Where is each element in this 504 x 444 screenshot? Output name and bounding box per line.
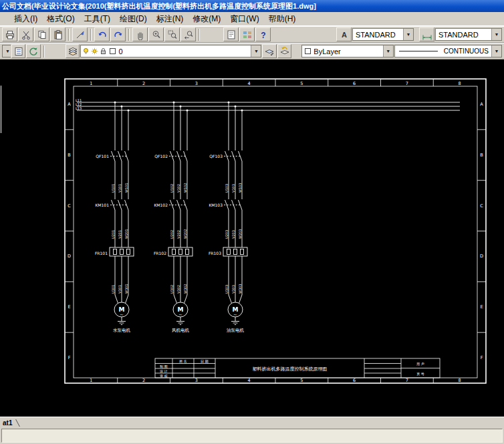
refresh-icon — [28, 46, 39, 57]
layout-tab[interactable]: at1 — [0, 419, 19, 427]
command-line-area[interactable] — [0, 427, 504, 444]
grid-row-label: F — [481, 355, 483, 360]
grid-row-label: B — [480, 152, 483, 158]
wire-label: W203 — [238, 229, 242, 239]
wire-label: U102 — [170, 184, 174, 193]
dim-style-combo[interactable]: STANDARD ▼ — [435, 28, 502, 41]
grid-column-label: 2 — [142, 81, 145, 86]
copy-button[interactable] — [34, 27, 49, 41]
contactor-label: KM103 — [209, 203, 223, 207]
color-combo[interactable]: ByLayer ▼ — [301, 45, 393, 58]
title-block-col-header: 姓 名 — [179, 359, 187, 363]
linetype-sample — [399, 51, 438, 51]
chevron-down-icon[interactable]: ▼ — [403, 29, 413, 40]
grid-row-label: D — [68, 253, 71, 259]
properties-button[interactable] — [223, 27, 239, 41]
menu-format[interactable]: 格式(O) — [42, 12, 79, 26]
zoom-window-button[interactable] — [164, 27, 180, 41]
chevron-down-icon[interactable]: ▼ — [251, 45, 261, 57]
grid-column-label: 8 — [459, 81, 461, 86]
designcenter-icon — [242, 29, 253, 40]
regen-button[interactable] — [26, 44, 40, 58]
layer-on-bulb-icon[interactable] — [82, 47, 90, 55]
dim-style-button[interactable] — [419, 27, 434, 41]
relay-label: FR103 — [209, 251, 221, 255]
layout-tab-label: at1 — [3, 419, 12, 427]
menu-bar: 插入(I) 格式(O) 工具(T) 绘图(D) 标注(N) 修改(M) 窗口(W… — [0, 12, 504, 26]
motor-name-label: 风机电机 — [172, 328, 190, 333]
drawing-title: 塑料挤出机多路温度控制系统原理图 — [253, 366, 328, 372]
grid-row-label: F — [68, 355, 71, 360]
text-style-button[interactable]: A — [336, 27, 352, 41]
layer-combo[interactable]: 0 ▼ — [80, 45, 261, 58]
wire-label: V301 — [118, 285, 122, 294]
grid-row-label: C — [68, 203, 71, 209]
paste-button[interactable] — [50, 27, 66, 41]
grid-row-label: E — [68, 304, 70, 310]
scissors-icon — [21, 29, 31, 40]
linetype-combo[interactable]: CONTINUOUS ▼ — [394, 45, 502, 58]
help-button[interactable]: ? — [255, 27, 271, 41]
menu-modify[interactable]: 修改(M) — [188, 12, 225, 26]
wire-label: U302 — [170, 285, 174, 294]
motor-tilde: ~ — [120, 312, 124, 318]
menu-help[interactable]: 帮助(H) — [264, 12, 301, 26]
menu-dimension[interactable]: 标注(N) — [152, 12, 188, 26]
layer-previous-button[interactable] — [277, 44, 291, 58]
command-input[interactable] — [1, 429, 503, 443]
wire-label: W301 — [124, 284, 128, 294]
motor-branch-2: QF102 KM102 FR102 U102 V102 W102 U202 V2… — [154, 102, 193, 334]
grid-column-label: 1 — [90, 378, 92, 383]
copy-icon — [37, 29, 47, 40]
current-linetype-value: CONTINUOUS — [441, 47, 491, 55]
text-style-combo[interactable]: STANDARD ▼ — [352, 28, 414, 41]
chevron-down-icon[interactable]: ▼ — [383, 45, 393, 57]
zoom-realtime-button[interactable] — [148, 27, 164, 41]
title-block-row-label: 设 计 — [159, 369, 168, 373]
named-views-button[interactable] — [11, 44, 25, 58]
layer-thaw-sun-icon[interactable] — [91, 47, 98, 55]
match-properties-button[interactable] — [72, 27, 88, 41]
paste-icon — [53, 29, 64, 40]
chevron-down-icon[interactable]: ▼ — [491, 45, 501, 57]
title-block-row-label: 制 图 — [160, 364, 168, 369]
menu-window[interactable]: 窗口(W) — [225, 12, 263, 26]
undo-button[interactable] — [94, 27, 110, 41]
wire-label: W303 — [238, 284, 242, 294]
make-object-layer-current-button[interactable] — [262, 44, 276, 58]
menu-insert[interactable]: 插入(I) — [9, 12, 42, 26]
layer-lock-icon[interactable] — [100, 47, 107, 55]
cut-button[interactable] — [18, 27, 33, 41]
wire-label: U101 — [111, 184, 115, 193]
toolbar-separator — [90, 29, 92, 41]
title-block: 姓 名 日 期 制 图 设 计 审 核 塑料挤出机多路温度控制系统原理图 用 户… — [155, 358, 440, 378]
grid-column-label: 2 — [142, 378, 145, 383]
layer-color-swatch[interactable] — [110, 48, 116, 54]
menu-draw[interactable]: 绘图(D) — [115, 12, 152, 26]
power-line-label: L13 — [76, 106, 82, 110]
grid-column-label: 5 — [300, 81, 303, 86]
relay-label: FR101 — [95, 251, 108, 255]
breaker-label: QF101 — [96, 154, 109, 158]
chevron-down-icon[interactable]: ▼ — [491, 29, 501, 40]
motor-name-label: 油泵电机 — [227, 328, 245, 333]
clipped-combo[interactable]: ▼ — [2, 45, 11, 58]
zoom-previous-button[interactable] — [180, 27, 196, 41]
grid-row-label: A — [480, 102, 483, 107]
wire-label: U203 — [225, 230, 229, 239]
properties-icon — [226, 29, 237, 40]
redo-button[interactable] — [110, 27, 126, 41]
menu-tools[interactable]: 工具(T) — [80, 12, 115, 26]
grid-column-label: 5 — [300, 378, 303, 383]
wire-label: V102 — [176, 184, 180, 193]
text-style-value: STANDARD — [353, 31, 403, 39]
contactor-label: KM101 — [95, 203, 109, 207]
redo-icon — [113, 29, 124, 40]
designcenter-button[interactable] — [239, 27, 255, 41]
layer-manager-button[interactable] — [66, 44, 80, 58]
wire-label: V103 — [231, 184, 235, 193]
model-space-canvas[interactable]: 1 2 3 4 5 6 7 8 1 2 3 4 5 6 7 8 A B — [0, 60, 504, 417]
pan-button[interactable] — [132, 27, 148, 41]
make-layer-current-icon — [264, 46, 275, 57]
print-button[interactable] — [2, 27, 17, 41]
